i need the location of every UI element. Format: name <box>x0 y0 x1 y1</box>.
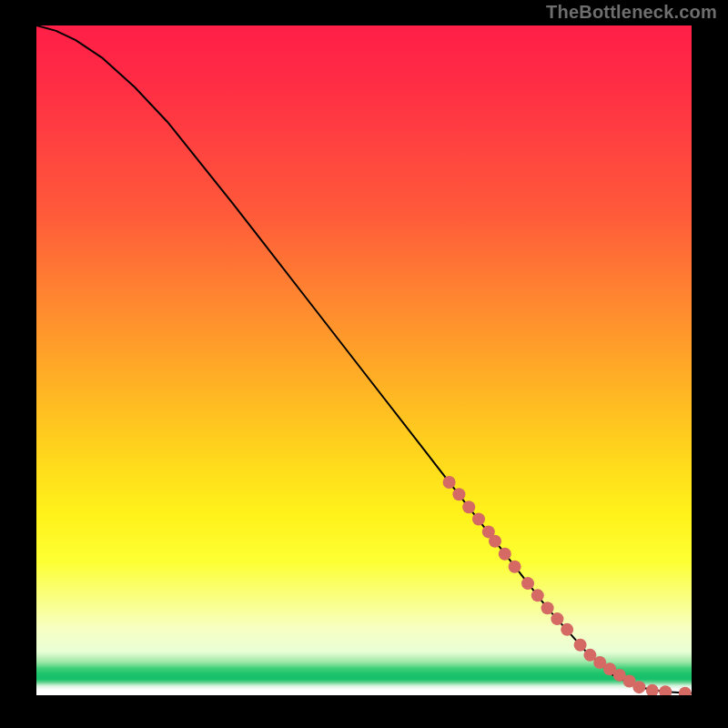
tail-marker <box>521 577 534 590</box>
tail-marker <box>551 612 563 625</box>
tail-marker <box>646 684 659 695</box>
tail-marker <box>659 685 672 695</box>
tail-marker <box>443 476 456 489</box>
tail-marker <box>472 512 485 525</box>
tail-marker <box>574 639 587 652</box>
curve-svg <box>36 25 692 695</box>
main-curve <box>36 25 692 693</box>
tail-marker <box>462 500 475 513</box>
tail-marker <box>452 488 465 500</box>
chart-container: TheBottleneck.com <box>0 0 728 728</box>
tail-marker <box>509 561 521 573</box>
tail-marker <box>541 602 554 614</box>
tail-marker <box>489 535 501 548</box>
tail-marker <box>531 589 544 602</box>
watermark-text: TheBottleneck.com <box>546 2 717 23</box>
tail-marker <box>561 623 573 636</box>
plot-area <box>36 25 692 695</box>
tail-marker <box>632 681 645 693</box>
tail-marker-group <box>443 476 692 695</box>
tail-marker <box>499 548 511 561</box>
tail-marker <box>679 687 692 695</box>
